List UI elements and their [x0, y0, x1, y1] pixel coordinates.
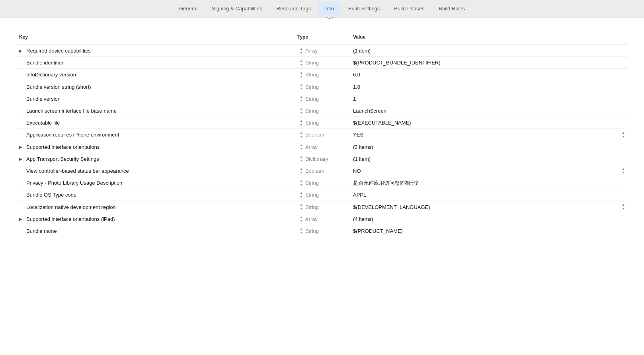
stepper-icon[interactable]: ▲▼ — [300, 107, 303, 115]
type-cell: ▲▼Array — [294, 213, 350, 225]
key-cell: ▶Supported interface orientations (iPad) — [16, 214, 294, 224]
value-text: $(PRODUCT_NAME) — [353, 228, 403, 234]
value-text: $(EXECUTABLE_NAME) — [353, 120, 411, 126]
table-row[interactable]: ▶Required device capabilities▲▼Array(1 i… — [16, 45, 628, 57]
key-cell: Bundle version string (short) — [16, 82, 294, 92]
main-content: Key Type Value ▶Required device capabili… — [0, 18, 644, 355]
tab-general[interactable]: General — [172, 2, 205, 16]
type-text: String — [305, 120, 319, 126]
table-row[interactable]: Localization native development region▲▼… — [16, 201, 628, 213]
value-cell: $(DEVELOPMENT_LANGUAGE)▲▼ — [350, 201, 628, 213]
value-text: $(PRODUCT_BUNDLE_IDENTIFIER) — [353, 60, 441, 66]
tab-info[interactable]: Info — [318, 2, 341, 16]
expand-arrow-icon[interactable]: ▶ — [19, 217, 24, 221]
column-type: Type — [294, 33, 350, 41]
key-text: Supported interface orientations (iPad) — [26, 216, 115, 222]
table-body: ▶Required device capabilities▲▼Array(1 i… — [16, 45, 628, 237]
value-cell: $(PRODUCT_NAME) — [350, 226, 628, 236]
value-text: (1 item) — [353, 156, 371, 162]
key-text: Required device capabilities — [26, 48, 91, 54]
value-cell: 是否允许应用访问您的相册? — [350, 178, 628, 189]
table-row[interactable]: Bundle name▲▼String$(PRODUCT_NAME) — [16, 225, 628, 237]
stepper-icon[interactable]: ▲▼ — [300, 47, 303, 55]
table-row[interactable]: Bundle version string (short)▲▼String1.0 — [16, 81, 628, 93]
stepper-icon[interactable]: ▲▼ — [300, 59, 303, 66]
stepper-icon[interactable]: ▲▼ — [300, 191, 303, 199]
type-text: Array — [305, 144, 318, 150]
value-cell: 1 — [350, 94, 628, 104]
table-row[interactable]: Bundle identifier▲▼String$(PRODUCT_BUNDL… — [16, 57, 628, 69]
type-cell: ▲▼String — [294, 105, 350, 117]
key-text: Localization native development region — [26, 204, 116, 210]
stepper-icon[interactable]: ▲▼ — [300, 203, 303, 211]
type-cell: ▲▼String — [294, 225, 350, 237]
type-text: String — [305, 96, 319, 102]
stepper-icon[interactable]: ▲▼ — [300, 131, 303, 138]
value-cell: LaunchScreen — [350, 106, 628, 116]
key-text: App Transport Security Settings — [26, 156, 99, 162]
tab-signing[interactable]: Signing & Capabilities — [205, 2, 269, 16]
stepper-icon[interactable]: ▲▼ — [300, 83, 303, 91]
tab-build-phases[interactable]: Build Phases — [387, 2, 431, 16]
tab-resource-tags[interactable]: Resource Tags — [269, 2, 318, 16]
table-row[interactable]: ▶App Transport Security Settings▲▼Dictio… — [16, 153, 628, 165]
table-row[interactable]: Executable file▲▼String$(EXECUTABLE_NAME… — [16, 117, 628, 129]
value-cell: (4 items) — [350, 214, 628, 224]
value-text: $(DEVELOPMENT_LANGUAGE) — [353, 204, 430, 210]
tab-build-settings[interactable]: Build Settings — [341, 2, 387, 16]
key-cell: View controller-based status bar appeara… — [16, 166, 294, 176]
table-header: Key Type Value — [16, 29, 628, 45]
value-stepper-icon[interactable]: ▲▼ — [622, 131, 625, 138]
table-row[interactable]: Launch screen interface file base name▲▼… — [16, 105, 628, 117]
table-row[interactable]: Bundle version▲▼String1 — [16, 93, 628, 105]
type-cell: ▲▼String — [294, 69, 350, 80]
value-stepper-icon[interactable]: ▲▼ — [622, 203, 625, 211]
stepper-icon[interactable]: ▲▼ — [300, 167, 303, 175]
key-text: Bundle identifier — [26, 60, 63, 66]
type-text: Boolean — [305, 168, 324, 174]
table-row[interactable]: ▶Supported interface orientations▲▼Array… — [16, 141, 628, 153]
stepper-icon[interactable]: ▲▼ — [300, 227, 303, 235]
key-cell: Bundle identifier — [16, 58, 294, 68]
expand-arrow-icon[interactable]: ▶ — [19, 145, 24, 149]
stepper-icon[interactable]: ▲▼ — [300, 119, 303, 127]
stepper-icon[interactable]: ▲▼ — [300, 71, 303, 78]
table-row[interactable]: View controller-based status bar appeara… — [16, 165, 628, 177]
key-cell: Bundle name — [16, 226, 294, 236]
table-row[interactable]: InfoDictionary version▲▼String6.0 — [16, 69, 628, 81]
value-text: 1.0 — [353, 84, 360, 90]
column-key: Key — [16, 33, 294, 41]
type-text: Array — [305, 48, 318, 54]
stepper-icon[interactable]: ▲▼ — [300, 215, 303, 223]
type-cell: ▲▼String — [294, 93, 350, 105]
stepper-icon[interactable]: ▲▼ — [300, 95, 303, 103]
stepper-icon[interactable]: ▲▼ — [300, 143, 303, 151]
key-cell: Application requires iPhone environment — [16, 130, 294, 140]
stepper-icon[interactable]: ▲▼ — [300, 155, 303, 163]
value-cell: $(PRODUCT_BUNDLE_IDENTIFIER) — [350, 58, 628, 68]
table-row[interactable]: Bundle OS Type code▲▼StringAPPL — [16, 189, 628, 201]
key-cell: ▶Required device capabilities — [16, 46, 294, 56]
value-cell: APPL — [350, 190, 628, 200]
type-text: String — [305, 192, 319, 198]
type-cell: ▲▼String — [294, 117, 350, 129]
key-cell: Bundle version — [16, 94, 294, 104]
value-stepper-icon[interactable]: ▲▼ — [622, 167, 625, 175]
type-cell: ▲▼Array — [294, 141, 350, 153]
stepper-icon[interactable]: ▲▼ — [300, 179, 303, 187]
tab-build-rules[interactable]: Build Rules — [431, 2, 472, 16]
key-text: Executable file — [26, 120, 60, 126]
table-row[interactable]: Application requires iPhone environment▲… — [16, 129, 628, 141]
active-tab-underline — [322, 17, 338, 19]
value-text: YES — [353, 132, 363, 138]
table-row[interactable]: ▶Supported interface orientations (iPad)… — [16, 213, 628, 225]
type-text: Boolean — [305, 132, 324, 138]
expand-arrow-icon[interactable]: ▶ — [19, 157, 24, 161]
key-text: Bundle name — [26, 228, 57, 234]
value-cell: (3 items) — [350, 142, 628, 152]
type-text: String — [305, 204, 319, 210]
table-row[interactable]: Privacy - Photo Library Usage Descriptio… — [16, 177, 628, 189]
expand-arrow-icon[interactable]: ▶ — [19, 49, 24, 53]
key-text: Application requires iPhone environment — [26, 132, 119, 138]
type-text: Dictionary — [305, 156, 328, 162]
